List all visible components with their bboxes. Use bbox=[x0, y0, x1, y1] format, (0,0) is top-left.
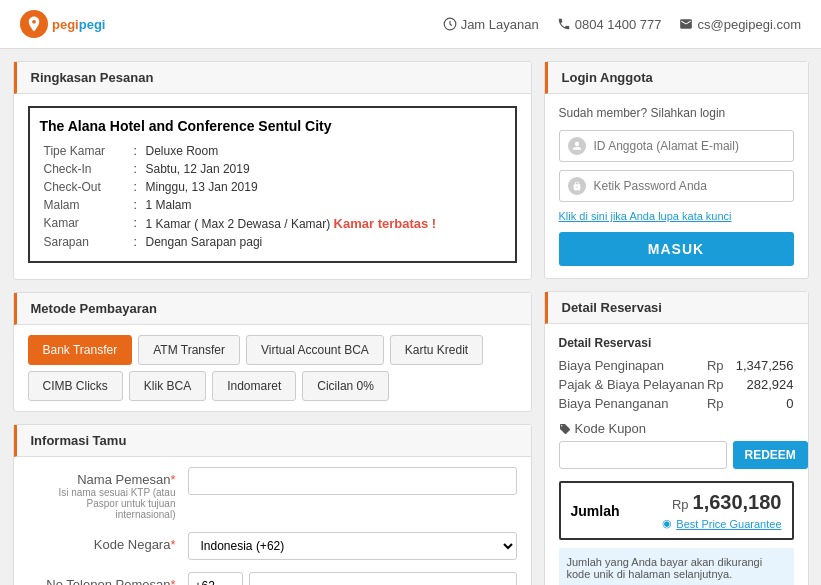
guest-info-body: Nama Pemesan* Isi nama sesuai KTP (atau … bbox=[14, 457, 531, 585]
total-currency: Rp bbox=[672, 497, 689, 512]
user-icon bbox=[568, 137, 586, 155]
detail-reservasi-header: Detail Reservasi bbox=[545, 292, 808, 324]
kupon-input-wrap: REDEEM bbox=[559, 441, 794, 469]
best-price-link[interactable]: Best Price Guarantee bbox=[676, 518, 781, 530]
row-label: Sarapan bbox=[40, 233, 130, 251]
guest-info-card: Informasi Tamu Nama Pemesan* Isi nama se… bbox=[13, 424, 532, 585]
table-row: Check-In : Sabtu, 12 Jan 2019 bbox=[40, 160, 505, 178]
hotel-name: The Alana Hotel and Conference Sentul Ci… bbox=[40, 118, 505, 134]
row-label: Malam bbox=[40, 196, 130, 214]
row-value: Minggu, 13 Jan 2019 bbox=[142, 178, 505, 196]
best-price-row: ◉ Best Price Guarantee bbox=[662, 517, 781, 530]
login-button[interactable]: MASUK bbox=[559, 232, 794, 266]
phone-input-wrap bbox=[188, 572, 517, 585]
row-sep: : bbox=[130, 142, 142, 160]
phone-label: No Telepon Pemesan* bbox=[28, 572, 188, 585]
payment-buttons: Bank Transfer ATM Transfer Virtual Accou… bbox=[14, 325, 531, 411]
row-sep: : bbox=[130, 214, 142, 233]
kupon-section: Kode Kupon REDEEM bbox=[559, 421, 794, 469]
ringkasan-header: Ringkasan Pesanan bbox=[14, 62, 531, 94]
detail-reservasi-body: Detail Reservasi Biaya Penginapan Rp 1,3… bbox=[545, 324, 808, 585]
login-card: Login Anggota Sudah member? Silahkan log… bbox=[544, 61, 809, 279]
contact-phone: 0804 1400 777 bbox=[557, 17, 662, 32]
tag-icon bbox=[559, 423, 571, 435]
phone-field-group: No Telepon Pemesan* bbox=[14, 572, 531, 585]
guest-info-header: Informasi Tamu bbox=[14, 425, 531, 457]
detail-row-penginapan: Biaya Penginapan Rp 1,347,256 bbox=[559, 358, 794, 373]
logo-text-pegi1: pegi bbox=[52, 17, 79, 32]
country-field-group: Kode Negara* Indonesia (+62) bbox=[14, 532, 531, 560]
login-body: Sudah member? Silahkan login Klik di sin… bbox=[545, 94, 808, 278]
payment-cimb[interactable]: CIMB Clicks bbox=[28, 371, 123, 401]
country-label: Kode Negara* bbox=[28, 532, 188, 552]
payment-indomaret[interactable]: Indomaret bbox=[212, 371, 296, 401]
logo[interactable]: pegipegi bbox=[20, 10, 105, 38]
payment-header: Metode Pembayaran bbox=[14, 293, 531, 325]
email-input-wrap bbox=[559, 130, 794, 162]
row-label: Tipe Kamar bbox=[40, 142, 130, 160]
ringkasan-card: Ringkasan Pesanan The Alana Hotel and Co… bbox=[13, 61, 532, 280]
payment-klik-bca[interactable]: Klik BCA bbox=[129, 371, 206, 401]
right-column: Login Anggota Sudah member? Silahkan log… bbox=[544, 61, 809, 585]
logo-text-pegi2: pegi bbox=[79, 17, 106, 32]
contact-email: cs@pegipegi.com bbox=[679, 17, 801, 32]
forgot-password-link[interactable]: Klik di sini jika Anda lupa kata kunci bbox=[559, 210, 794, 222]
row-sep: : bbox=[130, 196, 142, 214]
kupon-input[interactable] bbox=[559, 441, 727, 469]
name-label: Nama Pemesan* Isi nama sesuai KTP (atau … bbox=[28, 467, 188, 520]
row-label: Kamar bbox=[40, 214, 130, 233]
login-header: Login Anggota bbox=[545, 62, 808, 94]
booking-table: Tipe Kamar : Deluxe Room Check-In : Sabt… bbox=[40, 142, 505, 251]
contact-24: Jam Layanan bbox=[443, 17, 539, 32]
payment-card: Metode Pembayaran Bank Transfer ATM Tran… bbox=[13, 292, 532, 412]
header-contact: Jam Layanan 0804 1400 777 cs@pegipegi.co… bbox=[443, 17, 801, 32]
row-sep: : bbox=[130, 178, 142, 196]
name-sublabel: Isi nama sesuai KTP (atau Paspor untuk t… bbox=[28, 487, 176, 520]
country-select-wrap: Indonesia (+62) bbox=[188, 532, 517, 560]
payment-kartu-kredit[interactable]: Kartu Kredit bbox=[390, 335, 483, 365]
row-value: 1 Kamar ( Max 2 Dewasa / Kamar) Kamar te… bbox=[142, 214, 505, 233]
row-value: Sabtu, 12 Jan 2019 bbox=[142, 160, 505, 178]
country-select[interactable]: Indonesia (+62) bbox=[188, 532, 517, 560]
login-subtitle: Sudah member? Silahkan login bbox=[559, 106, 794, 120]
redeem-button[interactable]: REDEEM bbox=[733, 441, 808, 469]
email-input[interactable] bbox=[594, 139, 785, 153]
kupon-label: Kode Kupon bbox=[559, 421, 794, 436]
table-row: Tipe Kamar : Deluxe Room bbox=[40, 142, 505, 160]
table-row: Sarapan : Dengan Sarapan pagi bbox=[40, 233, 505, 251]
best-price-icon: ◉ bbox=[662, 517, 672, 530]
table-row: Kamar : 1 Kamar ( Max 2 Dewasa / Kamar) … bbox=[40, 214, 505, 233]
row-label: Check-In bbox=[40, 160, 130, 178]
name-input[interactable] bbox=[188, 467, 517, 495]
clock-icon bbox=[443, 17, 457, 31]
phone-prefix-input[interactable] bbox=[188, 572, 243, 585]
main-container: Ringkasan Pesanan The Alana Hotel and Co… bbox=[1, 49, 821, 585]
table-row: Check-Out : Minggu, 13 Jan 2019 bbox=[40, 178, 505, 196]
total-label: Jumlah bbox=[571, 503, 620, 519]
booking-box: The Alana Hotel and Conference Sentul Ci… bbox=[28, 106, 517, 263]
payment-cicilan[interactable]: Cicilan 0% bbox=[302, 371, 389, 401]
row-sep: : bbox=[130, 233, 142, 251]
detail-reservasi-card: Detail Reservasi Detail Reservasi Biaya … bbox=[544, 291, 809, 585]
payment-bank-transfer[interactable]: Bank Transfer bbox=[28, 335, 133, 365]
password-input[interactable] bbox=[594, 179, 785, 193]
left-column: Ringkasan Pesanan The Alana Hotel and Co… bbox=[13, 61, 532, 585]
row-value: Deluxe Room bbox=[142, 142, 505, 160]
payment-virtual-bca[interactable]: Virtual Account BCA bbox=[246, 335, 384, 365]
total-section: Jumlah Rp1,630,180 ◉ Best Price Guarante… bbox=[559, 481, 794, 540]
jumlah-note: Jumlah yang Anda bayar akan dikurangi ko… bbox=[559, 548, 794, 585]
row-sep: : bbox=[130, 160, 142, 178]
password-input-wrap bbox=[559, 170, 794, 202]
email-icon bbox=[679, 17, 693, 31]
phone-number-input[interactable] bbox=[249, 572, 517, 585]
lock-icon bbox=[568, 177, 586, 195]
logo-icon bbox=[20, 10, 48, 38]
phone-icon bbox=[557, 17, 571, 31]
detail-section-title: Detail Reservasi bbox=[559, 336, 794, 350]
payment-atm-transfer[interactable]: ATM Transfer bbox=[138, 335, 240, 365]
table-row: Malam : 1 Malam bbox=[40, 196, 505, 214]
row-value: 1 Malam bbox=[142, 196, 505, 214]
limited-badge: Kamar terbatas ! bbox=[334, 216, 437, 231]
detail-row-penanganan: Biaya Penanganan Rp 0 bbox=[559, 396, 794, 411]
pin-icon bbox=[25, 15, 43, 33]
